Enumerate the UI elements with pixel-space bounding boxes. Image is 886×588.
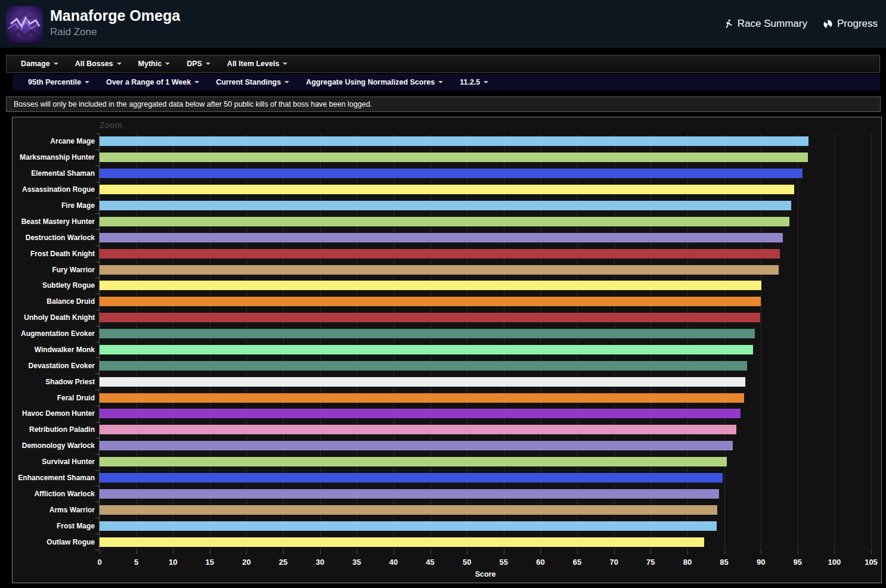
bar[interactable] (100, 473, 723, 483)
race-summary-link[interactable]: Race Summary (723, 18, 807, 30)
bar[interactable] (100, 409, 741, 418)
bar[interactable] (100, 537, 704, 547)
chart-row: Subtlety Rogue (100, 278, 871, 294)
bar[interactable] (100, 521, 717, 531)
bar[interactable] (100, 313, 760, 322)
y-axis-tick (95, 550, 99, 550)
bar[interactable] (100, 233, 783, 242)
bar[interactable] (100, 201, 791, 210)
x-axis-tick (724, 550, 725, 554)
y-axis-tick (95, 518, 99, 518)
category-label[interactable]: Affliction Warlock (8, 490, 95, 498)
filter-metric[interactable]: DPS (178, 60, 219, 68)
bar[interactable] (100, 249, 780, 259)
bar[interactable] (100, 185, 794, 194)
category-label[interactable]: Balance Druid (8, 297, 95, 306)
x-axis-tick (577, 550, 578, 554)
chevron-down-icon (438, 81, 443, 83)
category-label[interactable]: Retribution Paladin (8, 425, 95, 434)
bar[interactable] (100, 153, 808, 162)
filter-item-levels[interactable]: All Item Levels (219, 60, 296, 68)
chart-row: Frost Mage (100, 518, 871, 534)
category-label[interactable]: Outlaw Rogue (8, 538, 95, 546)
notice-banner: Bosses will only be included in the aggr… (6, 97, 881, 112)
category-label[interactable]: Havoc Demon Hunter (8, 409, 95, 418)
x-axis-tick (467, 550, 467, 554)
category-label[interactable]: Elemental Shaman (8, 169, 95, 178)
bar[interactable] (100, 297, 761, 306)
x-axis-tick (834, 550, 835, 554)
category-label[interactable]: Destruction Warlock (8, 234, 95, 242)
x-axis-tick (504, 550, 504, 554)
x-axis-tick-label: 65 (573, 558, 581, 567)
bar[interactable] (100, 217, 789, 226)
filter-percentile[interactable]: 95th Percentile (20, 78, 98, 86)
bar[interactable] (100, 265, 779, 275)
filter-damage[interactable]: Damage (13, 60, 67, 68)
y-axis-tick (95, 390, 99, 390)
x-axis-tick (283, 550, 284, 554)
x-axis-tick-label: 25 (279, 558, 287, 567)
filter-all-bosses[interactable]: All Bosses (67, 60, 130, 68)
bar[interactable] (100, 169, 803, 178)
x-axis-tick-label: 85 (720, 558, 728, 567)
category-label[interactable]: Survival Hunter (8, 458, 95, 466)
bar[interactable] (100, 329, 755, 338)
category-label[interactable]: Unholy Death Knight (8, 313, 95, 322)
filter-difficulty-label: Mythic (138, 60, 162, 68)
y-axis-tick (95, 438, 99, 438)
x-axis-tick-label: 55 (500, 558, 508, 567)
bar[interactable] (100, 345, 753, 354)
bar[interactable] (100, 281, 761, 290)
bar[interactable] (100, 425, 736, 434)
y-axis-tick (95, 357, 99, 358)
y-axis-tick (95, 486, 99, 486)
category-label[interactable]: Marksmanship Hunter (8, 153, 95, 161)
chart-row: Fire Mage (100, 198, 871, 214)
filter-time-range[interactable]: Over a Range of 1 Week (98, 78, 207, 86)
category-label[interactable]: Subtlety Rogue (8, 281, 95, 290)
category-label[interactable]: Arcane Mage (8, 137, 95, 145)
bar-chart-plot: 0510152025303540455055606570758085909510… (99, 133, 871, 550)
category-label[interactable]: Devastation Evoker (8, 362, 95, 370)
progress-link[interactable]: Progress (823, 18, 878, 30)
y-axis-tick (95, 198, 99, 198)
bar[interactable] (100, 457, 727, 466)
y-axis-tick (95, 342, 99, 343)
chevron-down-icon (484, 81, 488, 83)
bar[interactable] (100, 505, 717, 515)
bar[interactable] (100, 393, 744, 403)
category-label[interactable]: Fury Warrior (8, 266, 95, 274)
zoom-label: Zoom (100, 120, 122, 130)
bar[interactable] (100, 361, 747, 371)
filter-difficulty[interactable]: Mythic (130, 60, 179, 68)
filter-standings[interactable]: Current Standings (207, 78, 298, 86)
bar[interactable] (100, 136, 808, 146)
category-label[interactable]: Windwalker Monk (8, 346, 95, 354)
category-label[interactable]: Frost Mage (8, 522, 95, 530)
category-label[interactable]: Frost Death Knight (8, 250, 95, 258)
x-axis-tick-label: 30 (315, 558, 324, 567)
category-label[interactable]: Augmentation Evoker (8, 329, 95, 338)
category-label[interactable]: Feral Druid (8, 394, 95, 402)
category-label[interactable]: Assassination Rogue (8, 185, 95, 194)
category-label[interactable]: Arms Warrior (8, 506, 95, 514)
chart-row: Affliction Warlock (100, 486, 871, 502)
gridline (871, 133, 872, 550)
bar[interactable] (100, 377, 745, 387)
category-label[interactable]: Enhancement Shaman (8, 474, 95, 482)
x-axis-tick (761, 550, 761, 554)
bar[interactable] (100, 489, 719, 499)
category-label[interactable]: Beast Mastery Hunter (8, 217, 95, 226)
y-axis-tick (95, 262, 99, 262)
filter-patch-version[interactable]: 11.2.5 (451, 78, 497, 86)
chart-row: Arcane Mage (100, 133, 871, 150)
filter-aggregation[interactable]: Aggregate Using Normalized Scores (298, 78, 451, 86)
bar[interactable] (100, 441, 733, 450)
category-label[interactable]: Fire Mage (8, 201, 95, 210)
filter-patch-version-label: 11.2.5 (460, 78, 480, 86)
chevron-down-icon (194, 81, 199, 83)
category-label[interactable]: Shadow Priest (8, 378, 95, 386)
category-label[interactable]: Demonology Warlock (8, 441, 95, 450)
header-links: Race Summary Progress (723, 0, 878, 48)
